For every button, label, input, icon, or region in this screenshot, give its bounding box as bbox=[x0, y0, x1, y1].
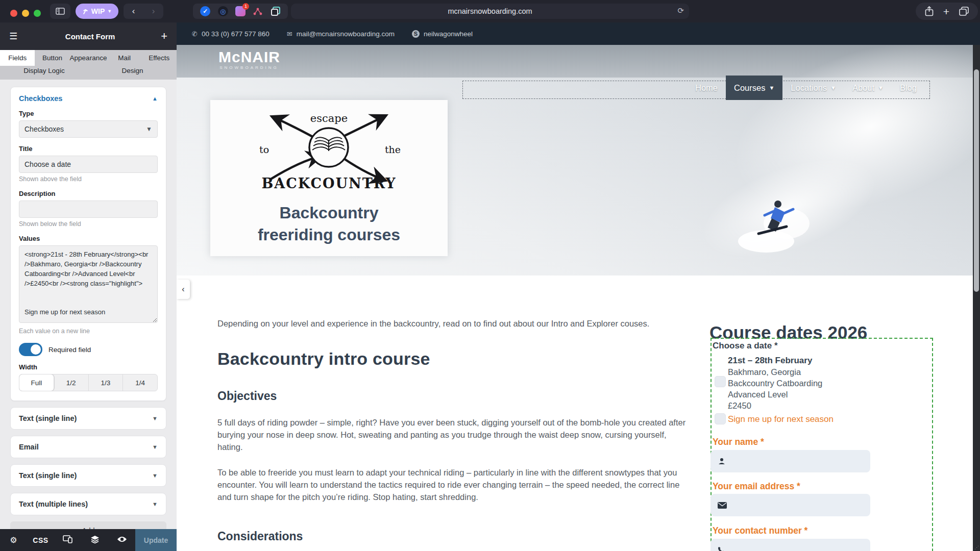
update-button[interactable]: Update bbox=[135, 529, 177, 551]
type-select[interactable]: Checkboxes ▼ bbox=[19, 120, 158, 138]
url-bar[interactable]: mcnairsnowboarding.com ⟳ bbox=[291, 4, 689, 19]
compass-extension-icon[interactable]: ◎ bbox=[218, 6, 228, 16]
width-option-quarter[interactable]: 1/4 bbox=[123, 374, 157, 391]
screen: WIP ▼ ‹ › ✓ ◎ 1 bbox=[0, 0, 980, 551]
tab-display-logic[interactable]: Display Logic bbox=[0, 66, 88, 80]
sidebar-toggle-button[interactable] bbox=[50, 4, 70, 19]
window-close-button[interactable] bbox=[10, 10, 17, 17]
site-logo[interactable]: McNAIR SNOWBOARDING bbox=[218, 49, 280, 70]
title-input[interactable] bbox=[19, 156, 158, 173]
skype-icon: S bbox=[412, 30, 420, 38]
title-label: Title bbox=[19, 145, 158, 153]
builder-tabs: Fields Button Appearance Mail Effects Di… bbox=[0, 50, 177, 80]
choose-date-label: Choose a date * bbox=[713, 341, 778, 351]
site-logo-name: McNAIR bbox=[218, 49, 280, 65]
next-season-label: Sign me up for next season bbox=[728, 414, 834, 424]
puzzle-extension-icon[interactable]: 1 bbox=[235, 6, 246, 16]
nav-label: Courses bbox=[734, 83, 765, 93]
field-card-text-multiple[interactable]: Text (multiple lines) ▼ bbox=[10, 493, 166, 515]
add-field-button[interactable]: Add bbox=[10, 521, 166, 529]
field-card-label: Email bbox=[19, 443, 39, 451]
new-tab-button[interactable]: + bbox=[943, 6, 949, 17]
chevron-down-icon: ▼ bbox=[769, 85, 774, 91]
menu-icon[interactable]: ☰ bbox=[9, 31, 19, 42]
field-card-email[interactable]: Email ▼ bbox=[10, 436, 166, 458]
layers-icon[interactable] bbox=[81, 535, 108, 545]
nav-item-home[interactable]: Home bbox=[687, 76, 726, 100]
option-price: £2450 bbox=[728, 400, 822, 411]
description-input[interactable] bbox=[19, 201, 158, 218]
phone-icon: ✆ bbox=[192, 30, 198, 38]
chevron-down-icon: ▼ bbox=[107, 9, 112, 14]
tab-button[interactable]: Button bbox=[35, 50, 69, 66]
collapse-panel-button[interactable]: ‹ bbox=[177, 280, 190, 299]
preview-scrollbar-thumb[interactable] bbox=[974, 69, 979, 292]
share-nodes-extension-icon[interactable] bbox=[253, 6, 263, 16]
checkmark-extension-icon[interactable]: ✓ bbox=[200, 6, 210, 16]
window-extension-icon[interactable] bbox=[271, 6, 281, 16]
css-button[interactable]: CSS bbox=[27, 536, 54, 544]
field-card-title[interactable]: Checkboxes bbox=[19, 94, 62, 103]
add-form-button[interactable]: + bbox=[161, 30, 167, 43]
values-help: Each value on a new line bbox=[19, 328, 158, 335]
topbar-email-text: mail@mcnairsnowboarding.com bbox=[297, 30, 395, 38]
hero-title-line1: Backcountry bbox=[210, 202, 448, 224]
values-label: Values bbox=[19, 235, 158, 242]
hammer-icon bbox=[82, 8, 89, 15]
nav-label: Blog bbox=[900, 83, 917, 93]
topbar-skype-text: neilwagonwheel bbox=[424, 30, 473, 38]
course-heading: Backcountry intro course bbox=[217, 349, 687, 369]
window-minimize-button[interactable] bbox=[22, 10, 29, 17]
chevron-down-icon: ▼ bbox=[146, 126, 152, 133]
builder-body: Checkboxes ▲ Type Checkboxes ▼ Title Sho… bbox=[0, 80, 177, 529]
nav-item-blog[interactable]: Blog bbox=[892, 76, 925, 100]
collapse-card-icon[interactable]: ▲ bbox=[152, 95, 158, 102]
objectives-heading: Objectives bbox=[217, 389, 687, 403]
nav-label: Home bbox=[695, 83, 718, 93]
nav-item-about[interactable]: About ▼ bbox=[844, 76, 892, 100]
tab-appearance[interactable]: Appearance bbox=[70, 50, 107, 66]
topbar-phone[interactable]: ✆ 00 33 (0) 677 577 860 bbox=[192, 30, 270, 38]
preview-eye-icon[interactable] bbox=[108, 536, 135, 545]
tab-effects[interactable]: Effects bbox=[142, 50, 177, 66]
forward-button[interactable]: › bbox=[143, 4, 163, 19]
description-label: Description bbox=[19, 190, 158, 197]
field-card-label: Text (single line) bbox=[19, 414, 77, 422]
window-zoom-button[interactable] bbox=[34, 10, 41, 17]
tab-design[interactable]: Design bbox=[88, 66, 177, 80]
field-card-text-single-1[interactable]: Text (single line) ▼ bbox=[10, 407, 166, 430]
preview-scrollbar-track[interactable]: ⋰ bbox=[973, 45, 980, 551]
next-season-checkbox[interactable] bbox=[715, 413, 726, 424]
main-nav: Home Courses ▼ Locations ▼ About ▼ Blog bbox=[687, 76, 925, 100]
contact-number-input[interactable] bbox=[710, 539, 870, 551]
name-input[interactable] bbox=[710, 450, 870, 472]
chrome-right-buttons: + bbox=[916, 3, 978, 20]
share-icon[interactable] bbox=[925, 6, 934, 16]
course-date-checkbox[interactable] bbox=[715, 376, 726, 387]
required-label: Required field bbox=[48, 346, 91, 354]
layers-glyph bbox=[90, 535, 100, 543]
tab-overview-icon[interactable] bbox=[959, 7, 969, 16]
topbar-email[interactable]: ✉ mail@mcnairsnowboarding.com bbox=[287, 30, 395, 38]
back-button[interactable]: ‹ bbox=[124, 4, 143, 19]
field-card-text-single-2[interactable]: Text (single line) ▼ bbox=[10, 464, 166, 487]
expand-card-icon: ▼ bbox=[152, 444, 158, 450]
responsive-preview-icon[interactable] bbox=[54, 535, 81, 545]
nav-item-locations[interactable]: Locations ▼ bbox=[782, 76, 844, 100]
tab-mail[interactable]: Mail bbox=[107, 50, 141, 66]
phone-handset-icon bbox=[718, 546, 725, 551]
width-option-third[interactable]: 1/3 bbox=[89, 374, 124, 391]
width-option-full[interactable]: Full bbox=[19, 374, 54, 391]
width-option-half[interactable]: 1/2 bbox=[54, 374, 89, 391]
width-label: Width bbox=[19, 363, 158, 371]
email-input[interactable] bbox=[710, 494, 870, 516]
required-toggle[interactable] bbox=[19, 343, 42, 356]
wip-menu-button[interactable]: WIP ▼ bbox=[76, 4, 118, 19]
settings-gear-icon[interactable]: ⚙ bbox=[0, 535, 27, 545]
nav-item-courses[interactable]: Courses ▼ bbox=[726, 76, 782, 100]
tab-fields[interactable]: Fields bbox=[0, 50, 35, 66]
values-textarea[interactable]: <strong>21st - 28th February</strong><br… bbox=[19, 245, 158, 323]
reload-icon[interactable]: ⟳ bbox=[677, 6, 684, 15]
field-card-label: Text (multiple lines) bbox=[19, 500, 88, 508]
topbar-skype[interactable]: S neilwagonwheel bbox=[412, 30, 473, 38]
